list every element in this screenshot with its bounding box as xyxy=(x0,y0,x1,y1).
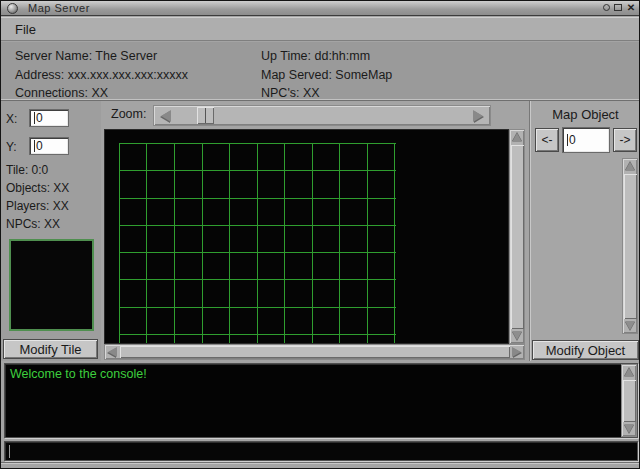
close-icon: ✕ xyxy=(626,3,636,13)
console-output: Welcome to the console! xyxy=(4,363,638,438)
arrow-up-icon xyxy=(512,133,522,142)
object-next-button[interactable]: -> xyxy=(613,128,637,152)
modify-tile-button[interactable]: Modify Tile xyxy=(3,339,98,359)
server-info-right-column: Up Time: dd:hh:mm Map Served: SomeMap NP… xyxy=(261,47,392,103)
map-scroll-right-arrow[interactable] xyxy=(510,345,523,359)
connections-label: Connections: XX xyxy=(15,84,188,103)
zoom-scrollbar[interactable] xyxy=(153,105,491,126)
npcs-count-label: NPC's: XX xyxy=(261,84,392,103)
y-value: 0 xyxy=(36,139,43,153)
map-horizontal-scrollbar[interactable] xyxy=(104,344,525,360)
text-caret xyxy=(34,112,35,124)
map-scroll-up-arrow[interactable] xyxy=(510,131,524,144)
arrow-down-icon xyxy=(625,321,635,330)
maximize-icon xyxy=(614,4,622,11)
map-scroll-down-arrow[interactable] xyxy=(510,329,524,342)
object-id-value: 0 xyxy=(569,133,576,147)
object-prev-button[interactable]: <- xyxy=(535,128,559,152)
tile-panel: X: 0 Y: 0 Tile: 0:0 Objects: XX Players:… xyxy=(1,101,101,361)
server-info-panel: Server Name: The Server Address: xxx.xxx… xyxy=(1,42,639,101)
maximize-button[interactable] xyxy=(613,3,623,13)
uptime-label: Up Time: dd:hh:mm xyxy=(261,47,392,66)
text-caret xyxy=(34,140,35,152)
arrow-left-icon xyxy=(108,347,117,357)
map-object-title: Map Object xyxy=(530,107,640,122)
arrow-up-icon xyxy=(624,368,634,377)
y-coordinate-field[interactable]: 0 xyxy=(29,137,69,155)
map-scroll-left-arrow[interactable] xyxy=(106,345,119,359)
minimize-icon xyxy=(603,4,610,11)
modify-object-button[interactable]: Modify Object xyxy=(532,340,639,360)
console-scroll-up-arrow[interactable] xyxy=(622,366,636,379)
console-scroll-down-arrow[interactable] xyxy=(622,422,636,435)
text-caret xyxy=(567,134,568,146)
x-coordinate-field[interactable]: 0 xyxy=(29,109,69,127)
console-scroll-thumb[interactable] xyxy=(623,380,636,422)
y-label: Y: xyxy=(6,140,17,154)
tile-coords-label: Tile: 0:0 xyxy=(6,161,69,179)
map-server-window: Map Server ✕ File Server Name: The Serve… xyxy=(0,0,640,469)
map-object-panel: Map Object <- 0 -> Modify Object xyxy=(529,101,640,361)
arrow-right-icon xyxy=(512,347,521,357)
zoom-slider-thumb[interactable] xyxy=(197,107,214,124)
arrow-left-icon xyxy=(161,110,171,122)
arrow-down-icon xyxy=(512,331,522,340)
object-scroll-thumb[interactable] xyxy=(624,174,637,319)
console-welcome-text: Welcome to the console! xyxy=(10,367,147,381)
address-label: Address: xxx.xxx.xxx.xxx:xxxxx xyxy=(15,66,188,85)
text-caret xyxy=(9,445,10,458)
arrow-up-icon xyxy=(625,162,635,171)
arrow-down-icon xyxy=(624,424,634,433)
tile-preview xyxy=(9,239,94,331)
object-id-field[interactable]: 0 xyxy=(562,127,610,153)
tile-stats: Tile: 0:0 Objects: XX Players: XX NPCs: … xyxy=(6,161,69,233)
window-title: Map Server xyxy=(28,2,90,14)
zoom-left-arrow[interactable] xyxy=(156,106,176,125)
menu-bar: File xyxy=(1,17,639,41)
x-value: 0 xyxy=(36,111,43,125)
npcs-tile-count-label: NPCs: XX xyxy=(6,215,69,233)
map-grid xyxy=(119,143,396,344)
map-canvas[interactable] xyxy=(104,129,509,344)
server-name-label: Server Name: The Server xyxy=(15,47,188,66)
console-scrollbar[interactable] xyxy=(621,364,637,437)
object-scroll-down-arrow[interactable] xyxy=(623,319,637,332)
close-button[interactable]: ✕ xyxy=(626,3,636,13)
objects-count-label: Objects: XX xyxy=(6,179,69,197)
map-vscroll-thumb[interactable] xyxy=(511,145,524,329)
map-vertical-scrollbar[interactable] xyxy=(509,129,525,344)
zoom-label: Zoom: xyxy=(111,107,146,121)
title-bar[interactable]: Map Server ✕ xyxy=(1,1,639,16)
x-label: X: xyxy=(6,112,17,126)
map-served-label: Map Served: SomeMap xyxy=(261,66,392,85)
zoom-right-arrow[interactable] xyxy=(468,106,488,125)
menu-item-file[interactable]: File xyxy=(15,17,36,41)
players-count-label: Players: XX xyxy=(6,197,69,215)
object-scroll-up-arrow[interactable] xyxy=(623,160,637,173)
console-input[interactable] xyxy=(4,441,638,461)
object-list-scrollbar[interactable] xyxy=(622,158,638,334)
server-info-left-column: Server Name: The Server Address: xxx.xxx… xyxy=(15,47,188,103)
minimize-button[interactable] xyxy=(601,3,611,13)
map-hscroll-thumb[interactable] xyxy=(120,346,510,358)
bottom-strip xyxy=(1,462,639,469)
arrow-right-icon xyxy=(473,110,483,122)
window-menu-icon[interactable] xyxy=(7,3,18,14)
main-area: X: 0 Y: 0 Tile: 0:0 Objects: XX Players:… xyxy=(1,101,639,361)
